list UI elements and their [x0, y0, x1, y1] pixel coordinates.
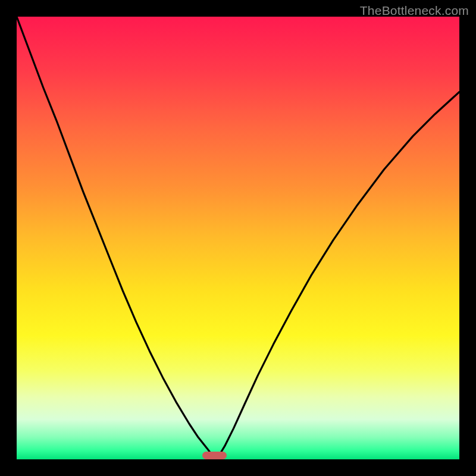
bottleneck-curve: [17, 17, 459, 459]
chart-frame: TheBottleneck.com: [0, 0, 476, 476]
bottleneck-marker: [202, 452, 227, 459]
watermark-text: TheBottleneck.com: [360, 4, 469, 18]
plot-area: [17, 17, 459, 459]
